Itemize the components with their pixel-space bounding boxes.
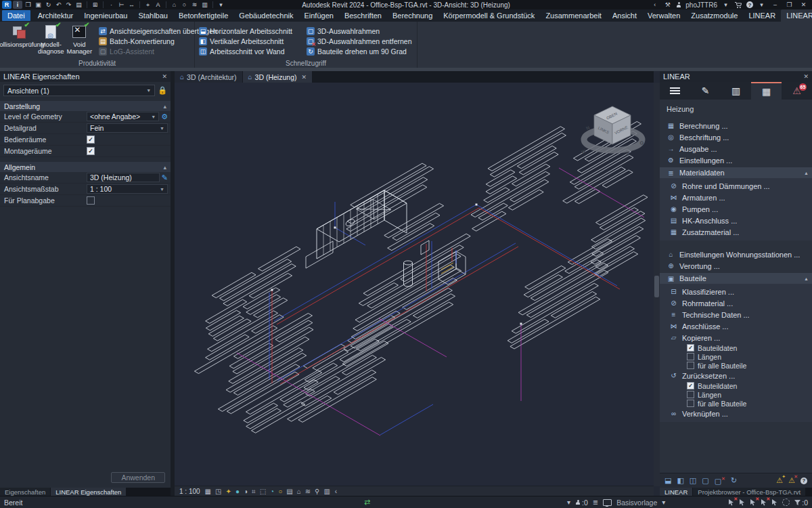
sun-path-icon[interactable]: ● (235, 488, 240, 495)
redo-icon[interactable]: ↷ (64, 1, 73, 9)
info-center-icon[interactable]: i (13, 1, 22, 9)
horizontal-worksection-icon[interactable]: ⬓ (664, 476, 671, 485)
save-icon[interactable]: ▣ (34, 1, 43, 9)
rotate-parts-icon[interactable]: ↻ (731, 476, 737, 485)
print-icon[interactable]: ▤ (74, 1, 83, 9)
restore-button[interactable]: ❐ (784, 1, 794, 8)
view-scale-icon[interactable]: ▦ (205, 488, 211, 495)
help-icon[interactable]: ? (746, 1, 753, 8)
worksharing-display-icon[interactable] (603, 499, 612, 506)
section-icon[interactable]: ⌖ (143, 1, 152, 9)
kollisionspr-fung-button[interactable]: ✔Kollisionsprüfung (4, 24, 35, 56)
menu-item-rohrmaterial[interactable]: ⊘Rohrmaterial ... (660, 297, 812, 309)
undo-icon[interactable]: ↶ (54, 1, 63, 9)
menu-item-verkn-pfen[interactable]: ∞Verknüpfen ... (660, 408, 812, 419)
warning-error-icon[interactable]: ⚠✕ (788, 476, 795, 485)
editable-only-icon[interactable]: ≣ (593, 499, 598, 506)
drag-elements-on-selection-icon[interactable] (771, 499, 778, 506)
section-header-allgemein[interactable]: Allgemein▴ (0, 162, 171, 172)
close-inactive-icon[interactable]: · (107, 1, 116, 9)
panel-tab-columns-icon[interactable]: ▥ (721, 82, 751, 100)
sync-with-central-icon[interactable]: ↻ (44, 1, 53, 9)
close-icon[interactable]: ✕ (301, 74, 307, 81)
cart-icon[interactable] (734, 1, 742, 9)
checkbox[interactable] (87, 196, 95, 205)
view-scale[interactable]: 1 : 100 (179, 488, 200, 495)
close-icon[interactable]: ✕ (162, 73, 167, 80)
menu-item-beschriftung[interactable]: ◎Beschriftung ... (660, 131, 812, 143)
chevron-down-icon[interactable]: ▾ (662, 499, 665, 506)
bauteile-drehen-um-90-grad-button[interactable]: ↻Bauteile drehen um 90 Grad (307, 47, 411, 56)
text-icon[interactable]: A (154, 1, 162, 9)
vertical-worksection-icon[interactable]: ◧ (677, 476, 683, 485)
checkbox[interactable] (687, 400, 694, 407)
active-workset-indicator[interactable]: :0 (575, 499, 588, 507)
checkbox[interactable]: ✓ (87, 135, 95, 144)
panel-tab-calculator-icon[interactable]: ▦ (751, 82, 782, 100)
vertikaler-arbeitsschnitt-button[interactable]: ◧Vertikaler Arbeitsschnitt (199, 37, 304, 45)
worksharing-display-icon[interactable]: ▥ (323, 488, 330, 495)
gear-icon[interactable]: ⚙ (161, 112, 168, 121)
menu-item-technische-daten[interactable]: ≡Technische Daten ... (660, 309, 812, 320)
shadows-icon[interactable]: ◑ (244, 488, 248, 495)
warning-new-icon[interactable]: ⚠✦ (776, 476, 783, 485)
ribbon-tab-ingenieurbau[interactable]: Ingenieurbau (78, 9, 133, 22)
ribbon-tab-zusatzmodule[interactable]: Zusatzmodule (685, 9, 743, 22)
people-icon[interactable]: ⚒ (663, 1, 672, 9)
views-selector[interactable]: Ansichten (1) ▼ (3, 85, 155, 96)
collapse-icon[interactable]: ▲ (804, 171, 809, 175)
checkbox[interactable]: ✓ (687, 344, 694, 352)
arbeitsschnitt-vor-wand-button[interactable]: ◫Arbeitsschnitt vor Wand (199, 47, 304, 56)
dropdown-field[interactable]: 1 : 100▼ (87, 184, 168, 194)
menu-item-verortung[interactable]: ⊕Verortung ... (660, 260, 812, 272)
default-3d-view-icon[interactable]: ⌂ (170, 1, 179, 9)
revit-logo-icon[interactable]: R (2, 1, 12, 9)
filter-icon[interactable]: :0 (794, 499, 808, 507)
3d-auswahlrahmen-entfernen-button[interactable]: ▢✕3D-Auswahlrahmen entfernen (307, 37, 411, 45)
insert-image-icon[interactable]: ⊞ (91, 1, 99, 9)
modell-diagnose-button[interactable]: ◎✔Modell- diagnose (38, 24, 64, 56)
dropdown-caret-icon[interactable]: ▾ (721, 1, 730, 9)
menu-item-ausgabe[interactable]: →Ausgabe ... (660, 143, 812, 154)
section-header-darstellung[interactable]: Darstellung▴ (0, 101, 171, 111)
highlight-displacement-sets-icon[interactable]: ≋ (305, 488, 311, 495)
collapse-icon[interactable]: ▲ (804, 276, 809, 281)
menu-item-einstellungen[interactable]: ⚙Einstellungen ... (660, 154, 812, 166)
ribbon-tab-linear[interactable]: LINEAR (743, 9, 781, 22)
ribbon-tab-zusammenarbeit[interactable]: Zusammenarbeit (540, 9, 607, 22)
ribbon-tab-geb-udetechnik[interactable]: Gebäudetechnik (233, 9, 298, 22)
rename-icon[interactable]: ✎ (162, 173, 168, 182)
panel-label[interactable]: Produktivität (0, 59, 194, 68)
panel-label[interactable]: Schnellzugriff (195, 59, 417, 68)
menu-item-zur-cksetzen[interactable]: ↺Zurücksetzen ... (660, 370, 812, 381)
crop-view-icon[interactable]: ⌗ (252, 488, 256, 495)
select-pinned-elements-icon[interactable]: ✕ (750, 499, 757, 506)
text-field[interactable]: 3D (Heizung) (87, 173, 160, 182)
select-links-icon[interactable]: ✕ (728, 499, 735, 506)
render-icon[interactable]: ○ (180, 1, 189, 9)
checkbox[interactable]: ✓ (87, 147, 95, 155)
remove-selection-box-icon[interactable]: ▢✕ (715, 476, 725, 486)
selection-box-icon[interactable]: ▢ (702, 476, 708, 485)
open-icon[interactable]: ❒ (24, 1, 32, 9)
apply-button[interactable]: Anwenden (111, 472, 165, 483)
show-analytical-model-icon[interactable]: ⌂ (297, 488, 301, 495)
customize-quick-access-icon[interactable]: ▾ (217, 1, 225, 9)
detail-level-icon[interactable]: ◳ (215, 488, 221, 495)
menu-item-pumpen[interactable]: ◉Pumpen ... (660, 203, 812, 215)
ribbon-tab-k-rpermodell-grundst-ck[interactable]: Körpermodell & Grundstück (438, 9, 540, 22)
ribbon-tab-stahlbau[interactable]: Stahlbau (133, 9, 173, 22)
view-tab-3d-architektur-[interactable]: ⌂3D (Architektur) (175, 71, 242, 83)
menu-item-klassifizieren[interactable]: ⊟Klassifizieren ... (660, 286, 812, 297)
drawing-canvas[interactable]: OBENLINKSVORNENOSW (175, 83, 654, 486)
user-name[interactable]: phoJTTR6 (685, 1, 717, 9)
section-header-bauteile[interactable]: ▣Bauteile▲ (660, 273, 812, 284)
panel-tab-edit-icon[interactable]: ✎ (690, 82, 721, 100)
snap-indicator-icon[interactable] (782, 499, 790, 506)
select-elements-by-face-icon[interactable]: ✕ (761, 499, 767, 506)
minimize-button[interactable]: – (770, 1, 780, 8)
menu-item-anschl-sse[interactable]: ⋈Anschlüsse ... (660, 320, 812, 332)
menu-item-einstellungen-wohnungsstationen[interactable]: ⌂Einstellungen Wohnungsstationen ... (660, 249, 812, 260)
menu-item-rohre-und-d-mmungen[interactable]: ⊘Rohre und Dämmungen ... (660, 180, 812, 192)
thin-lines-icon[interactable]: ≋ (190, 1, 199, 9)
